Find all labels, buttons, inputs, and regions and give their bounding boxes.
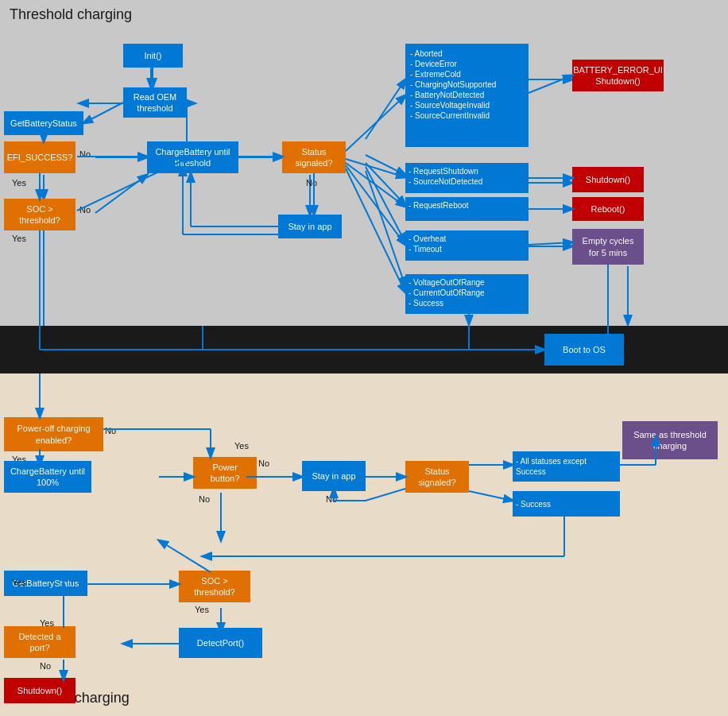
detected-port-box: Detected a port? <box>4 626 76 658</box>
svg-line-43 <box>529 242 572 245</box>
efi-success-box: EFI_SUCCESS? <box>4 141 76 173</box>
voltage-group-box: - VoltageOutOfRange - CurrentOutOfRange … <box>405 274 529 314</box>
svg-line-38 <box>346 165 405 245</box>
shutdown-box-top: Shutdown() <box>572 167 644 192</box>
svg-line-39 <box>346 168 405 292</box>
soc-threshold-box: SOC > threshold? <box>4 199 76 230</box>
power-btn-no2-label: No <box>199 494 210 504</box>
status-signaled-box: Status signaled? <box>282 141 346 173</box>
middle-section: Boot to OS <box>0 326 728 373</box>
overheat-group-box: - Overheat - Timeout <box>405 230 529 261</box>
soc-bot-yes-label: Yes <box>195 605 209 614</box>
request-shutdown-box: - RequestShutdown - SourceNotDetected <box>405 163 529 193</box>
detect-port-box: DetectPort() <box>179 628 262 658</box>
init-box: Init() <box>123 44 183 68</box>
svg-line-36 <box>346 159 405 177</box>
svg-line-11 <box>366 155 405 175</box>
status-signaled-bot-box: Status signaled? <box>405 461 469 493</box>
stay-in-app-bot-box: Stay in app <box>302 461 366 491</box>
efi-no-label: No <box>79 149 91 159</box>
charge-battery-threshold-box: ChargeBattery until threshold <box>147 141 238 173</box>
svg-line-63 <box>366 489 405 501</box>
detected-no-label: No <box>40 661 51 671</box>
efi-yes-label: Yes <box>12 178 26 188</box>
svg-line-12 <box>366 163 405 205</box>
charge-battery-100-box: ChargeBattery until 100% <box>4 461 91 493</box>
svg-line-35 <box>346 95 405 151</box>
svg-line-40 <box>529 75 572 93</box>
aborted-group-box: - Aborted - DeviceError - ExtremeCold - … <box>405 44 529 147</box>
detected-yes-label: Yes <box>40 618 54 628</box>
power-off-charging-box: Power-off charging enabled? <box>4 417 103 451</box>
svg-line-10 <box>366 79 405 139</box>
bottom-arrows <box>0 373 728 716</box>
shutdown-bot-box: Shutdown() <box>4 678 76 703</box>
svg-line-67 <box>469 491 513 501</box>
soc-threshold-bot-box: SOC > threshold? <box>179 571 250 602</box>
same-as-threshold-box: Same as threshold charging <box>622 421 718 459</box>
get-battery-yes-label: Yes <box>12 578 26 587</box>
svg-line-5 <box>95 175 147 213</box>
status-no-label: No <box>306 178 317 188</box>
svg-line-77 <box>159 540 211 572</box>
success-box: - Success <box>513 491 620 517</box>
power-off-no-label: No <box>105 426 116 435</box>
svg-line-13 <box>366 167 405 242</box>
power-btn-no-label: No <box>258 459 269 468</box>
svg-line-23 <box>83 103 123 123</box>
all-statuses-box: - All statuses except Success <box>513 451 620 482</box>
power-off-charging-section: Power-off charging <box>0 373 728 716</box>
empty-cycles-box: Empty cycles for 5 mins <box>572 229 644 265</box>
stay-no-label: No <box>326 494 337 504</box>
soc-no-label: No <box>79 205 91 215</box>
battery-error-box: BATTERY_ERROR_UI Shutdown() <box>572 60 664 91</box>
reboot-box: Reboot() <box>572 197 644 221</box>
soc-yes-label: Yes <box>12 234 26 243</box>
request-reboot-box: - RequestReboot <box>405 197 529 221</box>
svg-line-37 <box>346 163 405 207</box>
power-button-box: Power button? <box>193 457 257 489</box>
svg-line-14 <box>366 171 405 286</box>
get-battery-status-box: GetBatteryStatus <box>4 111 83 135</box>
read-oem-box: Read OEM threshold <box>123 87 187 118</box>
threshold-charging-section: Threshold charging <box>0 0 728 326</box>
top-arrows-detail <box>0 0 728 326</box>
stay-in-app-box: Stay in app <box>278 215 342 238</box>
boot-to-os-box: Boot to OS <box>544 334 624 366</box>
threshold-title: Threshold charging <box>10 6 132 23</box>
power-btn-yes-label: Yes <box>234 441 249 451</box>
top-arrows <box>0 0 728 326</box>
